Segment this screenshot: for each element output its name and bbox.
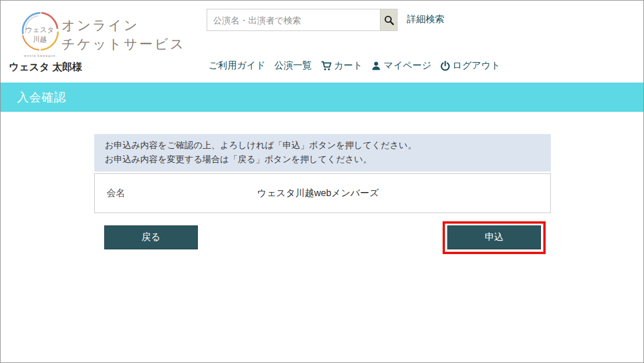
nav-logout-link[interactable]: ログアウト — [440, 60, 501, 72]
search-icon — [384, 15, 394, 25]
user-icon — [371, 61, 381, 71]
notice-line2: お申込み内容を変更する場合は「戻る」ボタンを押してください。 — [105, 152, 540, 166]
page-title-banner: 入会確認 — [1, 83, 643, 112]
nav-cart-label: カート — [334, 60, 363, 72]
power-icon — [440, 61, 450, 71]
page: ウェスタ 川越 westa kawagoe オンライン チケットサービス 詳細検… — [0, 0, 644, 363]
logged-in-user-name: ウェスタ 太郎様 — [9, 60, 82, 74]
submit-button[interactable]: 申込 — [447, 225, 541, 249]
svg-text:川越: 川越 — [33, 35, 47, 43]
cart-icon — [321, 61, 332, 71]
search-button[interactable] — [380, 9, 398, 31]
nav-mypage-label: マイページ — [383, 60, 431, 72]
confirmation-notice: お申込み内容をご確認の上、よろしければ「申込」ボタンを押してください。 お申込み… — [94, 134, 551, 172]
nav-performance-list-label: 公演一覧 — [275, 60, 312, 72]
nav-performance-list-link[interactable]: 公演一覧 — [275, 60, 312, 72]
brand-line1: オンライン — [61, 16, 186, 35]
site-logo[interactable]: ウェスタ 川越 westa kawagoe — [17, 9, 63, 59]
logo-ring-icon: ウェスタ 川越 westa kawagoe — [17, 9, 63, 59]
svg-text:westa kawagoe: westa kawagoe — [23, 54, 56, 57]
header-nav: ご利用ガイド 公演一覧 カート マイページ ログアウト — [208, 60, 501, 72]
notice-line1: お申込み内容をご確認の上、よろしければ「申込」ボタンを押してください。 — [105, 138, 540, 152]
nav-logout-label: ログアウト — [453, 60, 501, 72]
search-input[interactable] — [207, 9, 380, 31]
nav-cart-link[interactable]: カート — [321, 60, 363, 72]
nav-mypage-link[interactable]: マイページ — [371, 60, 431, 72]
search-bar — [207, 9, 398, 31]
membership-name-value: ウェスタ川越webメンバーズ — [257, 187, 379, 200]
back-button[interactable]: 戻る — [104, 225, 198, 249]
svg-text:ウェスタ: ウェスタ — [25, 26, 54, 34]
brand-line2: チケットサービス — [61, 35, 186, 53]
membership-detail-row: 会名 ウェスタ川越webメンバーズ — [94, 173, 551, 213]
membership-name-label: 会名 — [107, 187, 257, 200]
nav-guide-link[interactable]: ご利用ガイド — [208, 60, 266, 72]
brand-title: オンライン チケットサービス — [61, 16, 186, 53]
page-title: 入会確認 — [17, 91, 66, 104]
advanced-search-link[interactable]: 詳細検索 — [407, 13, 444, 26]
nav-guide-label: ご利用ガイド — [208, 60, 266, 72]
